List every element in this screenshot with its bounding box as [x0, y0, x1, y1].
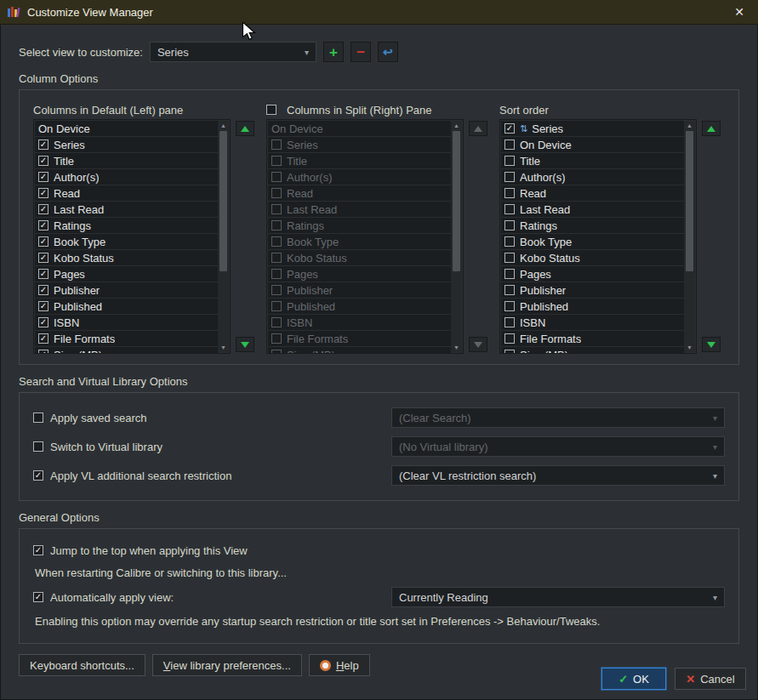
list-item[interactable]: Series	[501, 121, 684, 136]
list-item[interactable]: Author(s)	[35, 169, 218, 185]
list-item[interactable]: Kobo Status	[268, 250, 451, 265]
checkbox-icon[interactable]	[38, 172, 48, 182]
checkbox-icon[interactable]	[38, 317, 48, 327]
list-item[interactable]: Size (MB)	[501, 347, 684, 354]
split-pane-enable-checkbox[interactable]	[266, 105, 276, 115]
apply-saved-search-checkbox[interactable]	[33, 413, 43, 423]
list-item[interactable]: Read	[501, 185, 684, 201]
checkbox-icon[interactable]	[504, 333, 515, 344]
list-item[interactable]: Book Type	[501, 234, 684, 249]
checkbox-icon[interactable]	[504, 123, 515, 134]
checkbox-icon[interactable]	[504, 301, 515, 311]
checkbox-icon[interactable]	[271, 301, 282, 311]
checkbox-icon[interactable]	[504, 350, 515, 354]
scrollbar-handle[interactable]	[686, 131, 693, 271]
list-item[interactable]: Published	[35, 299, 218, 314]
checkbox-icon[interactable]	[271, 139, 282, 150]
list-item[interactable]: On Device	[35, 121, 218, 136]
list-item[interactable]: Publisher	[35, 282, 218, 298]
scroll-up-icon[interactable]	[687, 121, 692, 130]
help-button[interactable]: Help	[309, 654, 370, 676]
switch-virtual-library-checkbox[interactable]	[33, 441, 43, 452]
checkbox-icon[interactable]	[504, 317, 515, 327]
list-item[interactable]: ISBN	[35, 315, 218, 330]
scroll-up-icon[interactable]	[453, 121, 459, 130]
checkbox-icon[interactable]	[38, 139, 48, 150]
scrollbar-handle[interactable]	[453, 131, 460, 271]
checkbox-icon[interactable]	[271, 285, 282, 295]
list-item[interactable]: Publisher	[501, 282, 684, 298]
scroll-down-icon[interactable]	[220, 343, 226, 352]
list-item[interactable]: Read	[268, 185, 451, 201]
checkbox-icon[interactable]	[271, 317, 282, 327]
move-down-button[interactable]	[702, 337, 721, 352]
checkbox-icon[interactable]	[38, 188, 48, 198]
list-item[interactable]: Ratings	[501, 218, 684, 233]
checkbox-icon[interactable]	[271, 333, 282, 344]
list-item[interactable]: On Device	[501, 137, 684, 152]
sort-order-list[interactable]: SeriesOn DeviceTitleAuthor(s)ReadLast Re…	[499, 119, 697, 354]
checkbox-icon[interactable]	[504, 172, 515, 182]
checkbox-icon[interactable]	[271, 204, 282, 214]
checkbox-icon[interactable]	[504, 188, 515, 198]
saved-search-dropdown[interactable]: (Clear Search)	[391, 407, 725, 428]
list-item[interactable]: Kobo Status	[35, 250, 218, 265]
list-item[interactable]: ISBN	[501, 315, 684, 330]
scroll-down-icon[interactable]	[687, 343, 692, 352]
checkbox-icon[interactable]	[271, 350, 282, 354]
default-pane-list[interactable]: On DeviceSeriesTitleAuthor(s)ReadLast Re…	[33, 119, 231, 354]
checkbox-icon[interactable]	[504, 285, 515, 295]
list-item[interactable]: Book Type	[35, 234, 218, 249]
auto-apply-view-dropdown[interactable]: Currently Reading	[391, 587, 725, 607]
checkbox-icon[interactable]	[271, 269, 282, 279]
list-item[interactable]: Last Read	[268, 202, 451, 217]
checkbox-icon[interactable]	[271, 253, 282, 263]
scrollbar-handle[interactable]	[219, 131, 227, 271]
move-up-button[interactable]	[469, 121, 487, 136]
checkbox-icon[interactable]	[38, 269, 48, 279]
list-item[interactable]: Book Type	[268, 234, 451, 249]
list-item[interactable]: Title	[35, 153, 218, 168]
auto-apply-checkbox[interactable]	[33, 592, 43, 602]
checkbox-icon[interactable]	[271, 172, 282, 182]
list-item[interactable]: Published	[501, 299, 684, 314]
move-down-button[interactable]	[469, 337, 487, 352]
add-view-button[interactable]: +	[323, 42, 344, 62]
list-item[interactable]: File Formats	[268, 331, 451, 346]
checkbox-icon[interactable]	[504, 156, 515, 166]
checkbox-icon[interactable]	[38, 301, 48, 311]
list-item[interactable]: Publisher	[268, 282, 451, 298]
checkbox-icon[interactable]	[504, 236, 515, 247]
list-item[interactable]: On Device	[268, 121, 451, 136]
rename-view-button[interactable]: ↩	[378, 42, 398, 62]
checkbox-icon[interactable]	[271, 156, 282, 166]
checkbox-icon[interactable]	[38, 156, 48, 166]
list-item[interactable]: Last Read	[501, 202, 684, 217]
list-item[interactable]: Pages	[268, 266, 451, 282]
list-item[interactable]: Kobo Status	[501, 250, 684, 265]
checkbox-icon[interactable]	[38, 236, 48, 247]
list-item[interactable]: Ratings	[35, 218, 218, 233]
checkbox-icon[interactable]	[38, 253, 48, 263]
split-pane-list[interactable]: On DeviceSeriesTitleAuthor(s)ReadLast Re…	[266, 119, 464, 354]
list-item[interactable]: Pages	[35, 266, 218, 282]
keyboard-shortcuts-button[interactable]: Keyboard shortcuts...	[19, 654, 145, 676]
scrollbar[interactable]	[218, 121, 229, 352]
close-button[interactable]: ✕	[727, 5, 751, 19]
scrollbar[interactable]	[684, 121, 695, 352]
checkbox-icon[interactable]	[271, 220, 282, 230]
list-item[interactable]: Author(s)	[268, 169, 451, 185]
checkbox-icon[interactable]	[271, 236, 282, 247]
checkbox-icon[interactable]	[38, 220, 48, 230]
titlebar[interactable]: Customize View Manager ✕	[0, 0, 758, 25]
virtual-library-dropdown[interactable]: (No Virtual library)	[391, 436, 725, 457]
checkbox-icon[interactable]	[504, 269, 515, 279]
checkbox-icon[interactable]	[38, 333, 48, 344]
list-item[interactable]: File Formats	[501, 331, 684, 346]
view-library-preferences-button[interactable]: View library preferences...	[152, 654, 302, 676]
checkbox-icon[interactable]	[504, 139, 515, 150]
cancel-button[interactable]: Cancel	[675, 668, 746, 690]
checkbox-icon[interactable]	[38, 204, 48, 214]
checkbox-icon[interactable]	[38, 350, 48, 354]
ok-button[interactable]: OK	[601, 668, 666, 690]
